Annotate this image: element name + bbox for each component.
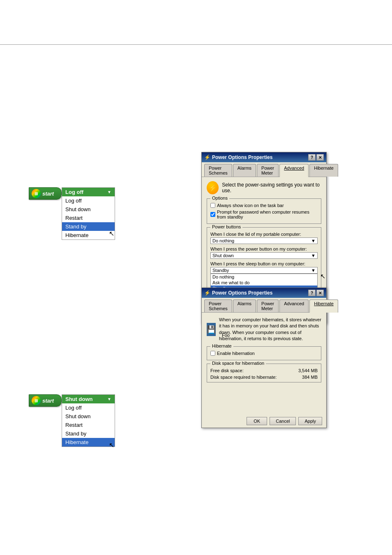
dialog-footer-2: OK Cancel Apply	[202, 415, 326, 428]
top-divider	[0, 44, 392, 45]
power-options-dialog-2: ⚡ Power Options Properties ? ✕ Power Sch…	[201, 288, 327, 428]
cursor-1: ↖	[109, 230, 117, 238]
menu-item-standby-1[interactable]: Stand by	[62, 222, 115, 231]
start-area-2: ⊞ start Shut down ▼ Log off Shut down Re…	[29, 394, 115, 455]
power-buttons-label-1: Power buttons	[210, 224, 242, 229]
select-power-1[interactable]: Shut down ▼	[210, 252, 318, 259]
tab-power-meter-1[interactable]: Power Meter	[257, 164, 279, 177]
help-button-2[interactable]: ?	[308, 290, 316, 296]
checkbox-row-1: Always show icon on the task bar	[210, 203, 318, 208]
dd-option-askmewhat-1[interactable]: Ask me what to do	[211, 280, 317, 286]
hibernate-section-2: Hibernate Enable hibernation	[207, 346, 321, 360]
menu-item-hibernate-2[interactable]: Hibernate	[62, 438, 115, 447]
tab-power-meter-2[interactable]: Power Meter	[257, 299, 279, 312]
apply-button-2[interactable]: Apply	[298, 417, 322, 425]
dialog-header-row-1: ⚡ Select the power-saving settings you w…	[207, 181, 321, 194]
cursor-2: ↖	[109, 441, 117, 449]
disk-section-label-2: Disk space for hibernation	[210, 361, 266, 366]
chevron-icon-1: ▼	[107, 190, 111, 194]
tab-hibernate-2[interactable]: Hibernate	[309, 299, 338, 313]
chevron-lid-icon: ▼	[311, 238, 316, 243]
tab-power-schemes-2[interactable]: Power Schemes	[204, 299, 232, 312]
start-menu-header-1: Log off ▼	[62, 188, 115, 196]
disk-section-content-2: Free disk space: 3,544 MB Disk space req…	[210, 366, 318, 380]
hibernate-section-label-2: Hibernate	[210, 343, 233, 348]
tab-power-schemes-1[interactable]: Power Schemes	[204, 164, 232, 177]
dialog-header-row-2: 💾 When your computer hibernates, it stor…	[207, 317, 321, 342]
spacer-2	[207, 386, 321, 410]
chevron-icon-2: ▼	[107, 397, 111, 401]
close-button-2[interactable]: ✕	[316, 290, 324, 296]
tab-advanced-1[interactable]: Advanced	[279, 164, 309, 177]
start-icon-2: ⊞	[32, 396, 41, 405]
start-menu-2: Shut down ▼ Log off Shut down Restart St…	[62, 394, 115, 447]
dialog-content-2: 💾 When your computer hibernates, it stor…	[202, 313, 326, 415]
dialog-header-text-2: When your computer hibernates, it stores…	[219, 317, 321, 342]
start-menu-1: Log off ▼ Log off Shut down Restart Stan…	[62, 187, 115, 240]
power-row-powerbutton-1: When I press the power button on my comp…	[210, 246, 318, 259]
dd-option-donothing-1[interactable]: Do nothing	[211, 274, 317, 280]
chevron-power-icon: ▼	[311, 253, 316, 258]
start-icon-1: ⊞	[32, 189, 41, 198]
tab-advanced-2[interactable]: Advanced	[279, 299, 309, 312]
start-label-1: start	[42, 191, 54, 197]
dialog-title-text-2: ⚡ Power Options Properties	[204, 290, 272, 296]
disk-section-2: Disk space for hibernation Free disk spa…	[207, 364, 321, 382]
dialog-tabs-2: Power Schemes Alarms Power Meter Advance…	[202, 298, 326, 313]
chevron-sleep-icon: ▼	[311, 268, 316, 273]
options-section-1: Options Always show icon on the task bar…	[207, 198, 321, 224]
menu-item-shutdown-2[interactable]: Shut down	[62, 412, 115, 421]
ok-button-2[interactable]: OK	[247, 417, 267, 425]
close-button-1[interactable]: ✕	[316, 154, 324, 161]
select-sleep-1[interactable]: Standby ▼	[210, 267, 318, 274]
tab-alarms-2[interactable]: Alarms	[233, 299, 256, 312]
start-button-1[interactable]: ⊞ start	[29, 187, 62, 200]
titlebar-controls-1: ? ✕	[308, 154, 324, 161]
menu-item-logoff-2[interactable]: Log off	[62, 403, 115, 412]
checkbox-password-1[interactable]	[210, 212, 215, 217]
start-menu-header-2: Shut down ▼	[62, 395, 115, 403]
checkbox-row-2: Prompt for password when computer resume…	[210, 210, 318, 219]
free-disk-row-2: Free disk space: 3,544 MB	[210, 368, 318, 373]
help-button-1[interactable]: ?	[308, 154, 316, 161]
menu-item-restart-2[interactable]: Restart	[62, 421, 115, 429]
start-area-1: ⊞ start Log off ▼ Log off Shut down Rest…	[29, 187, 115, 248]
start-label-2: start	[42, 398, 54, 404]
dialog-title-text-1: ⚡ Power Options Properties	[204, 154, 272, 160]
hibernate-section-content-2: Enable hibernation	[210, 349, 318, 356]
required-disk-row-2: Disk space required to hibernate: 384 MB	[210, 375, 318, 380]
tab-alarms-1[interactable]: Alarms	[233, 164, 256, 177]
checkbox-taskbar-icon-1[interactable]	[210, 203, 215, 208]
menu-item-restart-1[interactable]: Restart	[62, 214, 115, 222]
menu-item-standby-2[interactable]: Stand by	[62, 429, 115, 438]
menu-item-logoff-1[interactable]: Log off	[62, 196, 115, 205]
select-lid-1[interactable]: Do nothing ▼	[210, 237, 318, 244]
dialog-header-text-1: Select the power-saving settings you wan…	[222, 182, 321, 193]
foo-text: Foo	[222, 333, 230, 338]
checkbox-row-hibernate-2: Enable hibernation	[210, 351, 318, 356]
options-section-content-1: Always show icon on the task bar Prompt …	[210, 201, 318, 219]
cancel-button-2[interactable]: Cancel	[270, 417, 296, 425]
start-button-2[interactable]: ⊞ start	[29, 394, 62, 407]
checkbox-enable-hibernate-2[interactable]	[210, 351, 215, 356]
options-section-label-1: Options	[210, 196, 229, 200]
titlebar-controls-2: ? ✕	[308, 290, 324, 296]
menu-item-shutdown-1[interactable]: Shut down	[62, 205, 115, 214]
dialog-header-icon-1: ⚡	[207, 181, 219, 194]
dialog-titlebar-2: ⚡ Power Options Properties ? ✕	[202, 288, 326, 298]
menu-item-hibernate-1[interactable]: Hibernate	[62, 231, 115, 240]
cursor-dialog-1: ↖	[320, 272, 325, 280]
power-row-lid-1: When I close the lid of my portable comp…	[210, 232, 318, 244]
hibernate-icon-2: 💾	[207, 323, 216, 336]
dialog-tabs-1: Power Schemes Alarms Power Meter Advance…	[202, 162, 326, 177]
dialog-titlebar-1: ⚡ Power Options Properties ? ✕	[202, 152, 326, 162]
tab-hibernate-1[interactable]: Hibernate	[309, 164, 338, 177]
